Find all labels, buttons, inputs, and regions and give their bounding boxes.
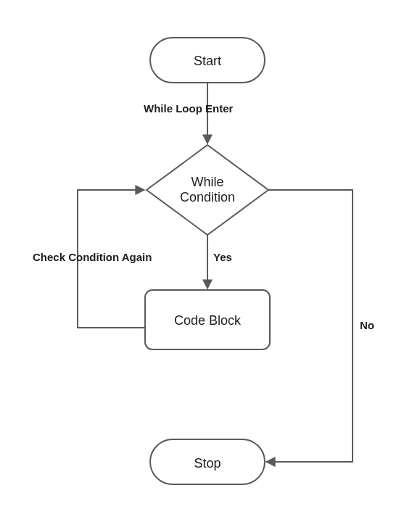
edge-no-label: No <box>360 319 374 331</box>
edge-loop-back-label: Check Condition Again <box>33 251 152 263</box>
edge-yes: Yes <box>207 235 232 289</box>
condition-label-1: While <box>191 175 223 189</box>
code-block-node: Code Block <box>145 290 270 349</box>
condition-label-2: Condition <box>180 190 235 204</box>
stop-node: Stop <box>150 439 265 484</box>
start-label: Start <box>194 54 221 68</box>
condition-node: While Condition <box>147 145 268 235</box>
edge-enter-label: While Loop Enter <box>144 102 233 115</box>
stop-label: Stop <box>194 456 221 471</box>
start-node: Start <box>150 38 265 83</box>
code-block-label: Code Block <box>174 313 242 328</box>
edge-yes-label: Yes <box>213 251 232 263</box>
edge-enter: While Loop Enter <box>144 83 233 144</box>
edge-no: No <box>266 190 374 462</box>
edge-loop-back: Check Condition Again <box>33 190 152 328</box>
